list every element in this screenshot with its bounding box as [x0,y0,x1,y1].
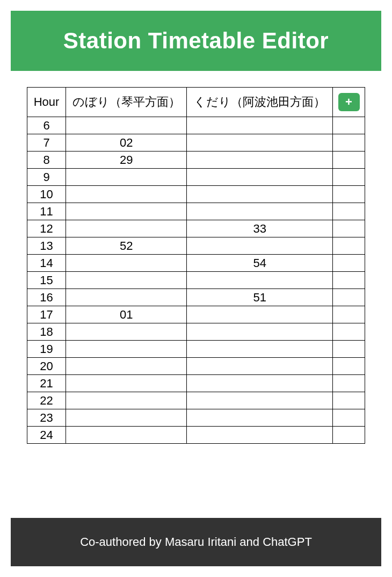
direction-up-cell[interactable] [66,220,187,237]
table-row: 23 [27,409,365,427]
hour-cell: 21 [27,375,66,392]
table-row: 702 [27,134,365,152]
column-header-direction-up: のぼり（琴平方面） [66,88,187,117]
extra-cell [333,186,365,203]
timetable: Hour のぼり（琴平方面） くだり（阿波池田方面） + 67028299101… [27,87,365,444]
table-row: 1233 [27,220,365,237]
direction-down-cell[interactable] [187,186,333,203]
table-row: 6 [27,117,365,134]
table-row: 24 [27,427,365,444]
direction-down-cell[interactable] [187,427,333,444]
extra-cell [333,203,365,220]
add-direction-button[interactable]: + [338,93,360,111]
extra-cell [333,306,365,323]
direction-up-cell[interactable] [66,186,187,203]
hour-cell: 15 [27,272,66,289]
direction-down-cell[interactable] [187,152,333,169]
direction-up-cell[interactable] [66,409,187,427]
extra-cell [333,289,365,306]
extra-cell [333,237,365,255]
extra-cell [333,152,365,169]
direction-down-cell[interactable] [187,409,333,427]
hour-cell: 13 [27,237,66,255]
direction-down-cell[interactable] [187,375,333,392]
extra-cell [333,341,365,358]
hour-cell: 7 [27,134,66,152]
direction-up-cell[interactable] [66,323,187,341]
extra-cell [333,220,365,237]
hour-cell: 16 [27,289,66,306]
direction-up-cell[interactable] [66,169,187,186]
direction-down-cell[interactable] [187,323,333,341]
hour-cell: 11 [27,203,66,220]
table-row: 1651 [27,289,365,306]
table-row: 9 [27,169,365,186]
table-row: 11 [27,203,365,220]
hour-cell: 23 [27,409,66,427]
table-row: 829 [27,152,365,169]
timetable-header-row: Hour のぼり（琴平方面） くだり（阿波池田方面） + [27,88,365,117]
extra-cell [333,323,365,341]
hour-cell: 10 [27,186,66,203]
extra-cell [333,427,365,444]
direction-down-cell[interactable] [187,237,333,255]
direction-up-cell[interactable] [66,255,187,272]
direction-up-cell[interactable] [66,289,187,306]
direction-down-cell[interactable] [187,169,333,186]
main-content: Hour のぼり（琴平方面） くだり（阿波池田方面） + 67028299101… [0,82,392,507]
table-row: 18 [27,323,365,341]
column-header-hour: Hour [27,88,66,117]
hour-cell: 8 [27,152,66,169]
direction-down-cell[interactable] [187,358,333,375]
column-header-direction-down: くだり（阿波池田方面） [187,88,333,117]
footer-text: Co-authored by Masaru Iritani and ChatGP… [80,535,312,549]
direction-up-cell[interactable]: 02 [66,134,187,152]
hour-cell: 18 [27,323,66,341]
direction-down-cell[interactable] [187,272,333,289]
direction-up-cell[interactable]: 52 [66,237,187,255]
extra-cell [333,255,365,272]
extra-cell [333,272,365,289]
hour-cell: 12 [27,220,66,237]
extra-cell [333,375,365,392]
hour-cell: 22 [27,392,66,409]
extra-cell [333,358,365,375]
direction-down-cell[interactable] [187,117,333,134]
column-header-add: + [333,88,365,117]
direction-down-cell[interactable] [187,392,333,409]
direction-up-cell[interactable] [66,358,187,375]
direction-down-cell[interactable] [187,341,333,358]
table-row: 1352 [27,237,365,255]
extra-cell [333,409,365,427]
hour-cell: 20 [27,358,66,375]
hour-cell: 6 [27,117,66,134]
table-row: 22 [27,392,365,409]
direction-up-cell[interactable] [66,392,187,409]
hour-cell: 17 [27,306,66,323]
direction-up-cell[interactable] [66,117,187,134]
direction-up-cell[interactable] [66,341,187,358]
direction-up-cell[interactable] [66,272,187,289]
direction-up-cell[interactable]: 01 [66,306,187,323]
direction-down-cell[interactable] [187,306,333,323]
direction-down-cell[interactable] [187,134,333,152]
table-row: 19 [27,341,365,358]
table-row: 1454 [27,255,365,272]
table-row: 15 [27,272,365,289]
table-row: 21 [27,375,365,392]
table-row: 20 [27,358,365,375]
direction-up-cell[interactable] [66,375,187,392]
extra-cell [333,169,365,186]
hour-cell: 14 [27,255,66,272]
direction-up-cell[interactable] [66,427,187,444]
page-title: Station Timetable Editor [21,28,371,54]
direction-down-cell[interactable]: 51 [187,289,333,306]
direction-down-cell[interactable] [187,203,333,220]
direction-down-cell[interactable]: 54 [187,255,333,272]
table-row: 10 [27,186,365,203]
direction-down-cell[interactable]: 33 [187,220,333,237]
direction-up-cell[interactable] [66,203,187,220]
hour-cell: 9 [27,169,66,186]
direction-up-cell[interactable]: 29 [66,152,187,169]
extra-cell [333,392,365,409]
